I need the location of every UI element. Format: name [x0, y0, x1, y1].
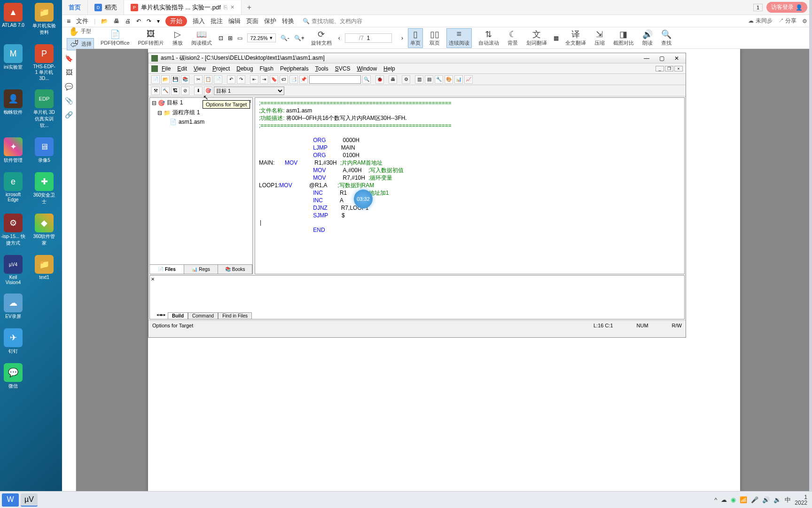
- keil-menu-svcs[interactable]: SVCS: [332, 64, 353, 73]
- bookmark1-icon[interactable]: 🔖: [270, 75, 278, 84]
- desktop-icon-ths[interactable]: PTHS-EDP-1 单片机3D...: [31, 43, 57, 82]
- hand-tool[interactable]: ✋手型: [67, 26, 94, 37]
- redo2-icon[interactable]: ↷: [237, 75, 245, 84]
- search-box[interactable]: 🔍: [303, 18, 368, 24]
- open-icon[interactable]: 📂: [101, 18, 108, 24]
- menu-start[interactable]: 开始: [165, 16, 187, 26]
- new-file-icon[interactable]: 📄: [151, 75, 160, 84]
- find[interactable]: 🔍查找: [659, 29, 673, 48]
- keil-menu-file[interactable]: File: [159, 64, 173, 73]
- undo2-icon[interactable]: ↶: [227, 75, 235, 84]
- sync-status[interactable]: ☁ 未同步: [748, 17, 772, 25]
- output-close-icon[interactable]: ✕: [151, 277, 155, 282]
- tree-tab-regs[interactable]: 📊 Regs: [184, 265, 219, 274]
- win2-icon[interactable]: ▤: [425, 75, 433, 84]
- copy-icon[interactable]: 📋: [204, 75, 212, 84]
- bookmark2-icon[interactable]: 🏷: [280, 75, 288, 84]
- comment-icon[interactable]: 💬: [65, 83, 73, 90]
- output-tab-build[interactable]: Build: [168, 312, 188, 319]
- tray-up-icon[interactable]: ^: [714, 496, 717, 503]
- undo-icon[interactable]: ↶: [136, 18, 141, 24]
- keil-menu-peripherals[interactable]: Peripherals: [277, 64, 312, 73]
- save-all-icon[interactable]: 📚: [181, 75, 189, 84]
- config-icon[interactable]: ⚙: [402, 75, 410, 84]
- print3-icon[interactable]: 🖶: [389, 75, 397, 84]
- guest-login-button[interactable]: 访客登录👤: [766, 2, 807, 13]
- open-file-icon[interactable]: 📂: [161, 75, 170, 84]
- menu-protect[interactable]: 保护: [264, 17, 276, 25]
- output-window[interactable]: ✕ ◂◂▸▸ Build Command Find in Files: [149, 275, 685, 319]
- desktop-icon-360safe[interactable]: ✚360安全卫士: [31, 171, 57, 206]
- desktop-icon-keil[interactable]: µV4Keil Vision4: [0, 254, 26, 286]
- save-icon[interactable]: 💾: [171, 75, 180, 84]
- tray-wifi-icon[interactable]: 📶: [740, 496, 747, 503]
- compare[interactable]: ◨截图对比: [611, 29, 636, 48]
- paste-icon[interactable]: 📄: [214, 75, 222, 84]
- prev-page-icon[interactable]: ‹: [338, 35, 340, 41]
- read-mode[interactable]: 📖阅读模式: [189, 29, 214, 48]
- tool3-icon[interactable]: 📊: [454, 75, 463, 84]
- stop-build-icon[interactable]: ⊘: [181, 87, 189, 95]
- rebuild-icon[interactable]: 🔨: [161, 87, 170, 95]
- desktop-icon-edge[interactable]: eicrosoft Edge: [0, 171, 26, 206]
- print-icon[interactable]: 🖶: [114, 18, 119, 24]
- code-editor[interactable]: ;=======================================…: [255, 97, 685, 274]
- tool2-icon[interactable]: 🎨: [445, 75, 453, 84]
- share-button[interactable]: ↗ 分享: [778, 17, 796, 25]
- menu-file[interactable]: 文件: [76, 17, 88, 25]
- tray-vol-icon[interactable]: 🔊: [762, 496, 770, 503]
- tree-tab-files[interactable]: 📄 Files: [150, 265, 184, 274]
- desktop-icon-folder1[interactable]: 📁单片机实验资料: [31, 2, 57, 37]
- desktop-icon-360sw[interactable]: ◆360软件管家: [31, 213, 57, 247]
- win1-icon[interactable]: ▥: [415, 75, 423, 84]
- desktop-icon-dingding[interactable]: ✈钉钉: [0, 327, 26, 356]
- wps-tab-docer[interactable]: D稻壳: [88, 0, 124, 15]
- cut-icon[interactable]: ✂: [194, 75, 203, 84]
- bookmark4-icon[interactable]: 📌: [299, 75, 308, 84]
- tray-360-icon[interactable]: ◉: [731, 496, 736, 503]
- menu-insert[interactable]: 插入: [193, 17, 205, 25]
- page-number-input[interactable]: [345, 33, 392, 43]
- settings-icon[interactable]: ⚙: [802, 18, 807, 24]
- keil-menu-edit[interactable]: Edit: [174, 64, 190, 73]
- mdi-minimize-icon[interactable]: _: [656, 66, 664, 71]
- find-btn-icon[interactable]: 🔍: [362, 75, 371, 84]
- keil-menu-flash[interactable]: Flash: [257, 64, 276, 73]
- desktop-icon-record5[interactable]: 🖥录像5: [31, 136, 57, 165]
- rotate-doc[interactable]: ⟳旋转文档: [309, 29, 334, 48]
- tool1-icon[interactable]: 🔧: [435, 75, 443, 84]
- wps-tab-home[interactable]: 首页: [62, 0, 88, 15]
- zoom-in-icon[interactable]: 🔍+: [294, 35, 304, 41]
- menu-page[interactable]: 页面: [246, 17, 258, 25]
- debug-icon[interactable]: 🐞: [375, 75, 384, 84]
- tree-group[interactable]: ⊟ 📁 源程序组 1: [150, 108, 252, 118]
- document-viewport[interactable]: asm1 - 碳ision2 - [C:\Users\DELL\Desktop\…: [76, 49, 812, 492]
- window-counter[interactable]: 1: [753, 4, 763, 11]
- desktop-icon-ev[interactable]: ☁EV录屏: [0, 293, 26, 321]
- pdf-to-office[interactable]: 📄PDF转Office: [99, 29, 132, 48]
- compress[interactable]: ⇲压缩: [593, 29, 607, 48]
- link-icon[interactable]: 🔗: [65, 111, 73, 119]
- word-translate[interactable]: 文划词翻译: [524, 29, 549, 48]
- keil-minimize-icon[interactable]: —: [640, 55, 653, 62]
- desktop-icon-matlab[interactable]: ▲ATLAB 7.0: [0, 2, 26, 37]
- scrollbar[interactable]: [809, 0, 812, 491]
- mdi-close-icon[interactable]: ×: [674, 66, 683, 71]
- desktop-icon-text1[interactable]: 📁text1: [31, 254, 57, 286]
- close-tab-icon[interactable]: ✕: [230, 4, 234, 10]
- tray-onedrive-icon[interactable]: ☁: [721, 496, 727, 503]
- ocr-icon[interactable]: ▦: [554, 35, 559, 41]
- hamburger-icon[interactable]: ≡: [67, 17, 70, 25]
- bookmark-icon[interactable]: 🔖: [65, 55, 73, 62]
- target-select[interactable]: 目标 1: [214, 87, 284, 95]
- tree-tab-books[interactable]: 📚 Books: [218, 265, 252, 274]
- find-combo[interactable]: [309, 75, 361, 84]
- pdf-to-image[interactable]: 🖼PDF转图片: [136, 29, 166, 48]
- desktop-icon-wechat[interactable]: 💬微信: [0, 362, 26, 390]
- mdi-restore-icon[interactable]: ❐: [665, 66, 673, 71]
- menu-annotate[interactable]: 批注: [211, 17, 223, 25]
- build-icon[interactable]: ⚒: [151, 87, 160, 95]
- auto-scroll[interactable]: ⇅自动滚动: [476, 29, 501, 48]
- keil-menu-view[interactable]: View: [191, 64, 209, 73]
- tool4-icon[interactable]: 📈: [464, 75, 473, 84]
